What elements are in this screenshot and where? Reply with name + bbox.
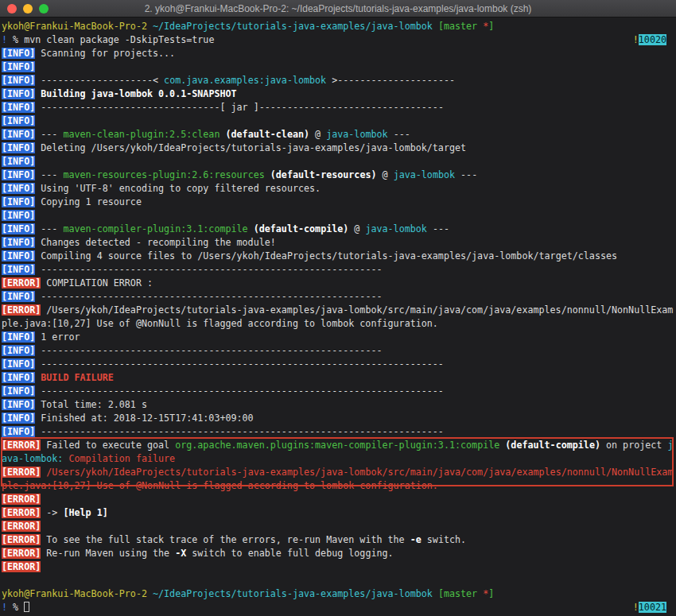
terminal-line: [INFO] BUILD FAILURE [2,371,676,385]
text-span: ple.java:[10,27] Use of @NonNull is flag… [2,318,438,329]
terminal-line: [INFO] --- maven-clean-plugin:2.5:clean … [2,128,676,141]
text-span: com.java.examples:java-lombok [164,75,326,86]
traffic-lights [7,4,49,14]
text-span: java-lombok [394,169,455,180]
terminal-line: [INFO] ---------------------------------… [2,425,676,439]
terminal-body[interactable]: ykoh@Frankui-MacBook-Pro-2 ~/IdeaProject… [0,17,676,615]
info-badge: [INFO] [2,358,35,370]
text-span: maven-clean-plugin:2.5:clean [63,129,220,140]
text-span: --- [35,129,63,140]
info-badge: [INFO] [2,223,35,234]
text-span: (default-compile) [505,440,600,451]
text-span: Total time: 2.081 s [35,399,147,410]
text-span: % [7,602,24,613]
terminal-window: 2. ykoh@Frankui-MacBook-Pro-2: ~/IdeaPro… [0,0,676,616]
info-badge: [INFO] [2,426,35,437]
text-span [433,21,438,32]
info-badge: [INFO] [2,75,35,86]
text-span: BUILD FAILURE [41,372,113,383]
terminal-line: [INFO] Copying 1 resource [2,196,676,209]
titlebar[interactable]: 2. ykoh@Frankui-MacBook-Pro-2: ~/IdeaPro… [0,0,676,17]
text-span: -> [41,507,63,518]
text-span: switch. [422,534,466,545]
text-span: ] [488,21,494,32]
close-icon[interactable] [7,4,17,14]
info-badge: [INFO] [2,237,35,248]
terminal-line: [ERROR] [2,493,676,506]
minimize-icon[interactable] [23,4,33,14]
terminal-line: [ERROR] /Users/ykoh/IdeaProjects/tutoria… [2,466,676,479]
text-span [248,223,254,234]
text-span: --- [35,169,63,180]
zoom-icon[interactable] [39,4,49,14]
terminal-line: [INFO] Scanning for projects... [2,47,676,60]
info-badge: [INFO] [2,399,35,410]
terminal-line: [INFO] --------------------------------[… [2,101,676,114]
text-span: -e [410,534,422,545]
text-span: @ [348,223,365,234]
text-span: -------------------- [41,75,153,86]
text-span: --- [35,223,63,234]
terminal-line: [INFO] ---------------------------------… [2,385,676,398]
terminal-line: [INFO] [2,209,676,223]
text-span: ava-lombok: [2,453,63,464]
text-span: switch to enable full debug logging. [186,548,393,559]
terminal-line: ava-lombok: Compilation failure [2,452,676,466]
info-badge: [INFO] [2,250,35,262]
info-badge: [INFO] [2,345,35,356]
error-badge: [ERROR] [2,534,41,545]
terminal-line: [INFO] --- maven-compiler-plugin:3.1:com… [2,223,676,236]
info-badge: [INFO] [2,102,35,113]
text-span: [master [438,21,483,32]
text-span: maven-compiler-plugin:3.1:compile [63,223,247,234]
text-span: Re-run Maven using the [41,548,175,559]
text-span: (default-compile) [254,223,349,234]
text-span: --- [455,169,477,180]
terminal-line: [INFO] [2,60,676,74]
error-badge: [ERROR] [2,494,41,505]
info-badge: [INFO] [2,88,35,99]
terminal-line: [INFO] Building java-lombok 0.0.1-SNAPSH… [2,87,676,101]
text-span: Using 'UTF-8' encoding to copy filtered … [35,183,321,194]
terminal-line: [ERROR] -> [Help 1] [2,506,676,520]
text-span: on project [600,440,667,451]
error-badge: [ERROR] [2,440,41,451]
text-span: ! [633,34,639,45]
error-badge: [ERROR] [2,521,41,532]
text-span: 10020 [639,34,666,45]
text-span: ----------------------------------------… [41,291,382,302]
text-span: [Help 1] [63,507,107,518]
text-span: ykoh@Frankui-MacBook-Pro-2 [2,21,147,32]
terminal-line: [INFO] Compiling 4 source files to /User… [2,250,676,263]
text-span: ] [488,588,494,599]
text-span: Deleting /Users/ykoh/IdeaProjects/tutori… [35,142,466,153]
text-span: [master [438,588,483,599]
text-span: 10021 [639,602,666,613]
history-number: !10020 [633,33,666,47]
terminal-line: [INFO] ---------------------------------… [2,344,676,358]
terminal-line: [INFO] ---------------------------------… [2,290,676,304]
info-badge: [INFO] [2,210,35,221]
terminal-line: [ERROR] [2,560,676,574]
terminal-line: [INFO] ---------------------------------… [2,358,676,371]
error-badge: [ERROR] [2,507,41,518]
text-span: ! [633,602,639,613]
info-badge: [INFO] [2,372,35,383]
info-badge: [INFO] [2,48,35,59]
text-span: maven-resources-plugin:2.6:resources [63,169,264,180]
terminal-line: [ERROR] /Users/ykoh/IdeaProjects/tutoria… [2,304,676,317]
text-span: Failed to execute goal [41,440,175,451]
text-span: --------------------------------- [259,102,444,113]
text-span: -X [175,548,186,559]
window-title: 2. ykoh@Frankui-MacBook-Pro-2: ~/IdeaPro… [0,3,676,14]
terminal-line: ykoh@Frankui-MacBook-Pro-2 ~/IdeaProject… [2,587,676,601]
text-span: Compilation failure [68,453,175,464]
terminal-cursor[interactable] [24,602,29,612]
text-span: --- [427,223,449,234]
info-badge: [INFO] [2,264,35,275]
text-span: java-lombok [365,223,426,234]
terminal-line: [INFO] 1 error [2,331,676,344]
terminal-line: [INFO] Changes detected - recompiling th… [2,236,676,250]
terminal-line: [INFO] [2,114,676,128]
text-span [147,588,153,599]
